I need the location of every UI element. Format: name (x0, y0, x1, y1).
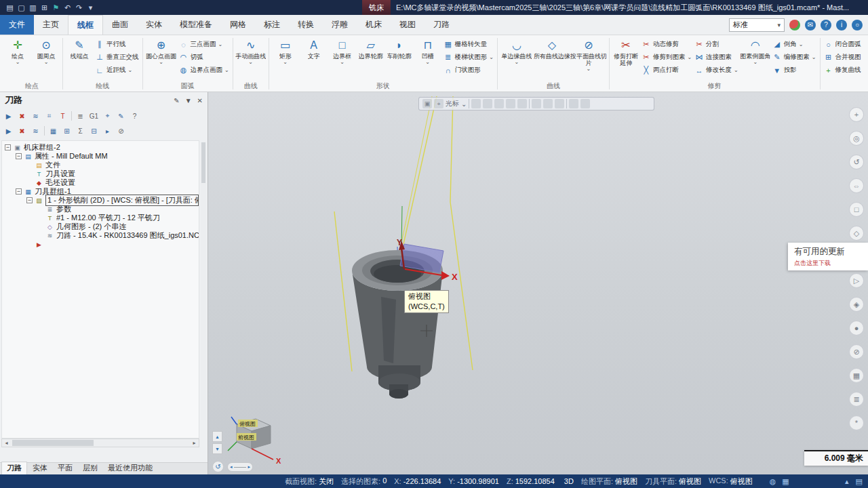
customize-statusbar-icon[interactable]: ▤ (856, 477, 863, 486)
tree-item-tool-settings[interactable]: T 刀具设置 (2, 169, 199, 178)
select-all-operations-icon[interactable]: ▶ (2, 110, 15, 122)
wireframe-display-icon[interactable]: ◈ (849, 297, 864, 312)
collapse-toggle-icon[interactable]: − (16, 153, 22, 159)
closest-line-button[interactable]: ∟ 近距线 ⌄ (94, 64, 140, 77)
tab-machine[interactable]: 机床 (357, 15, 391, 35)
post-g1-icon[interactable]: G1 (87, 110, 100, 122)
tree-item-operation-1[interactable]: − ▨ 1 - 外形铣削 (2D) - [WCS: 俯视图] - [刀具面: 俯… (2, 196, 199, 205)
relief-groove-button[interactable]: ⊓ 凹槽 ⌄ (414, 36, 442, 65)
pin-panel-icon[interactable]: ▼ (185, 97, 192, 104)
help-icon[interactable]: ? (128, 110, 141, 122)
y-coordinate-field[interactable]: Y: -1300.98901 (448, 477, 499, 485)
cplane-status[interactable]: 绘图平面: 俯视图 (581, 476, 637, 487)
toggle-toolpath-display-icon[interactable]: ⊘ (115, 125, 127, 137)
shaded-display-icon[interactable]: ● (849, 321, 864, 336)
break-two-pieces-button[interactable]: ╳ 两点打断 (640, 64, 693, 77)
dimension-mode-toggle[interactable]: 3D (562, 477, 574, 485)
update-download-link[interactable]: 点击这里下载 (794, 259, 862, 268)
redo-icon[interactable]: ↷ (73, 2, 85, 14)
toolpath-list-icon[interactable]: ≣ (74, 110, 87, 122)
collapse-toggle-icon[interactable]: − (5, 144, 11, 150)
tab-model-prep[interactable]: 模型准备 (171, 15, 221, 35)
gview-reset-icon[interactable]: ↺ (212, 461, 224, 472)
tree-vertical-scrollbar[interactable] (201, 142, 206, 420)
help-icon[interactable]: ? (821, 20, 831, 30)
circle-center-button[interactable]: ⊕ 圆心点画圆 ⌄ (145, 36, 178, 65)
view-gizmo[interactable]: 俯视图 前视图 X (224, 413, 290, 469)
point-button[interactable]: ✛ 绘点 ⌄ (3, 36, 32, 65)
silhouette-boundary-button[interactable]: ▱ 边界轮廓 (357, 36, 385, 60)
modify-length-button[interactable]: ↔ 修改长度 ⌄ (693, 64, 740, 77)
summary-info-icon[interactable]: Σ (74, 125, 87, 137)
section-view-icon[interactable]: ⊘ (849, 344, 864, 359)
tab-file[interactable]: 文件 (0, 15, 34, 35)
remove-selection-icon[interactable]: ✖ (16, 110, 28, 122)
tree-item-files[interactable]: ▤ 文件 (2, 161, 199, 169)
expand-tree-icon[interactable]: ⊞ (60, 125, 73, 137)
tab-planes-manager[interactable]: 平面 (53, 462, 77, 474)
collapse-toggle-icon[interactable]: − (26, 197, 33, 203)
tab-mesh[interactable]: 网格 (221, 15, 255, 35)
tplane-status[interactable]: 刀具平面: 俯视图 (645, 476, 701, 487)
single-edge-curve-button[interactable]: ◡ 单边缘曲线 ⌄ (500, 36, 534, 65)
trim-break-extend-button[interactable]: ✂ 修剪打断延伸 (612, 36, 640, 66)
selbar-tool-icon[interactable] (555, 99, 564, 108)
connect-icon[interactable]: ◍ (770, 477, 776, 486)
trim-to-entities-button[interactable]: ✂ 修剪到图素 ⌄ (640, 51, 693, 64)
flag-icon[interactable]: ⚑ (50, 2, 62, 14)
selbar-tool-icon[interactable] (543, 99, 553, 108)
curve-slice-button[interactable]: ⊘ 按平面曲线切片 ⌄ (570, 36, 607, 72)
scroll-right-icon[interactable]: ▸ (190, 440, 199, 446)
style-combo[interactable]: 标准 ▾ (729, 18, 785, 32)
tab-wireframe[interactable]: 线框 (68, 15, 103, 35)
chamfer-button[interactable]: ◢ 倒角 ⌄ (771, 38, 818, 51)
display-options-icon[interactable]: * (849, 415, 864, 430)
circle-edge-points-button[interactable]: ◍ 边界点画圆 ⌄ (178, 64, 231, 77)
info-icon[interactable]: i (836, 20, 847, 30)
parallel-line-button[interactable]: ∥ 平行线 (94, 38, 140, 51)
rotate-view-icon[interactable]: ↺ (849, 155, 864, 169)
grid-display-icon[interactable]: ▦ (849, 368, 864, 383)
right-view-icon[interactable]: ▷ (849, 273, 864, 288)
collapse-tree-icon[interactable]: ⊟ (87, 125, 100, 137)
autocursor-icon[interactable]: ⌖ (434, 99, 443, 108)
scroll-left-icon[interactable]: ◂ (2, 440, 11, 446)
panel-options-icon[interactable]: ✎ (174, 97, 179, 104)
manual-spline-button[interactable]: ∿ 手动画曲线 ⌄ (235, 36, 267, 65)
door-shape-button[interactable]: ∩ 门状图形 (442, 64, 495, 77)
selbar-tool-icon[interactable] (569, 99, 578, 108)
tangent-arc-button[interactable]: ◠ 切弧 (178, 51, 231, 64)
tab-solids-manager[interactable]: 实体 (28, 462, 52, 474)
pan-right-icon[interactable]: ▸ (248, 464, 250, 470)
collapse-toggle-icon[interactable]: − (16, 188, 22, 195)
levels-display-icon[interactable]: ≣ (849, 392, 864, 407)
letters-button[interactable]: A 文字 (300, 36, 328, 60)
delete-operations-icon[interactable]: ✖ (16, 125, 28, 137)
turn-profile-button[interactable]: ◗ 车削轮廓 (385, 36, 414, 60)
move-operations-icon[interactable]: ▶ (2, 125, 15, 137)
collapse-statusbar-icon[interactable]: ▴ (845, 477, 849, 486)
grid-to-vector-button[interactable]: ▦ 栅格转矢量 (442, 38, 495, 51)
chevron-down-icon[interactable]: ⌄ (461, 100, 467, 108)
regenerate-selected-icon[interactable]: ≋ (29, 110, 42, 122)
selbar-tool-icon[interactable] (580, 99, 590, 108)
close-panel-icon[interactable]: ✕ (197, 97, 203, 104)
my-mastercam-icon[interactable]: ◉ (789, 20, 800, 30)
tab-transform[interactable]: 转换 (289, 15, 323, 35)
graphics-viewport[interactable]: X Y ▣ ⌖ 光标 ⌄ (208, 92, 868, 474)
tab-toolpaths[interactable]: 刀路 (425, 15, 458, 35)
tab-view[interactable]: 视图 (391, 15, 425, 35)
new-file-icon[interactable]: ▤ (4, 2, 16, 14)
join-entities-button[interactable]: ⋈ 连接图素 (693, 51, 740, 64)
divide-button[interactable]: ✂ 分割 (693, 38, 740, 51)
save-icon[interactable]: ▥ (27, 2, 39, 14)
print-icon[interactable]: ⊞ (39, 2, 50, 14)
perpendicular-line-button[interactable]: ⊥ 垂直正交线 (94, 51, 140, 64)
quick-access-caret-icon[interactable]: ▾ (85, 2, 96, 14)
zoom-window-icon[interactable]: ◎ (849, 131, 864, 146)
lock-operations-icon[interactable]: T (56, 110, 69, 122)
selbar-tool-icon[interactable] (494, 99, 504, 108)
stairs-shape-button[interactable]: ≣ 楼梯状图形 ⌄ (442, 51, 495, 64)
circle-3pt-button[interactable]: ◌ 三点画圆 ⌄ (178, 38, 231, 51)
machine-context-tab[interactable]: 铣床 (362, 0, 391, 15)
